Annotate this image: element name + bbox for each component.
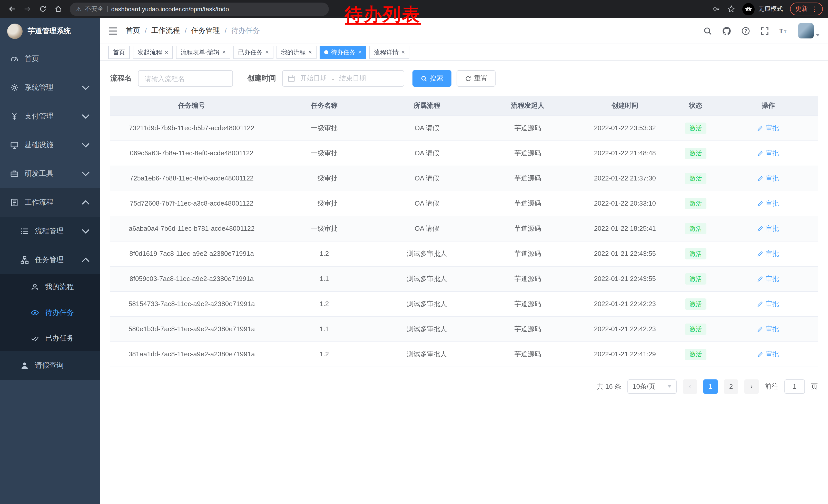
header-task-id: 任务编号: [110, 96, 273, 116]
font-size-icon[interactable]: TT: [779, 27, 788, 35]
cell-create-time: 2022-01-22 20:33:10: [577, 191, 672, 216]
sidebar-item-infra[interactable]: 基础设施: [0, 131, 100, 159]
table-row: a6aba0a4-7b6d-11ec-b781-acde48001122 一级审…: [110, 216, 818, 241]
tab-start-process[interactable]: 发起流程×: [133, 46, 173, 59]
update-button[interactable]: 更新 ⋮: [790, 3, 823, 15]
chevron-down-icon: [816, 34, 820, 36]
header-task-name: 任务名称: [273, 96, 376, 116]
home-icon[interactable]: [51, 2, 65, 16]
security-label[interactable]: 不安全: [85, 5, 104, 13]
next-page-button[interactable]: ›: [744, 379, 759, 394]
cell-task-id: 381aa1dd-7ac8-11ec-a9e2-a2380e71991a: [110, 341, 273, 367]
sidebar-item-workflow[interactable]: 工作流程: [0, 188, 100, 217]
tab-home[interactable]: 首页: [108, 46, 130, 59]
question-icon[interactable]: ?: [741, 27, 750, 35]
breadcrumb: 首页 / 工作流程 / 任务管理 / 待办任务: [126, 26, 260, 35]
edit-icon: [757, 276, 763, 282]
sidebar-item-my-process[interactable]: 我的流程: [0, 274, 100, 300]
refresh-icon[interactable]: [36, 2, 49, 16]
close-icon[interactable]: ×: [222, 49, 226, 55]
date-range-picker[interactable]: 开始日期 - 结束日期: [282, 70, 404, 87]
sidebar-item-devtools[interactable]: 研发工具: [0, 159, 100, 188]
user-menu[interactable]: [798, 23, 820, 39]
header-starter: 流程发起人: [478, 96, 577, 116]
reset-button[interactable]: 重置: [457, 70, 496, 87]
fullscreen-icon[interactable]: [760, 27, 769, 35]
sidebar-item-leave-query[interactable]: 请假查询: [0, 351, 100, 380]
goto-page-input[interactable]: [784, 379, 805, 394]
cell-action: 审批: [719, 116, 818, 140]
sidebar-item-home[interactable]: 首页: [0, 45, 100, 73]
tab-form-edit[interactable]: 流程表单-编辑×: [176, 46, 230, 59]
back-icon[interactable]: [5, 2, 18, 16]
sidebar-item-process-mgmt[interactable]: 流程管理: [0, 217, 100, 245]
sidebar-item-todo-task[interactable]: 待办任务: [0, 300, 100, 326]
gear-icon: [10, 84, 18, 92]
task-mgmt-submenu: 我的流程 待办任务 已办任务: [0, 274, 100, 351]
forward-icon[interactable]: [20, 2, 34, 16]
goto-unit-label: 页: [811, 382, 818, 391]
close-icon[interactable]: ×: [401, 49, 405, 55]
approve-button[interactable]: 审批: [757, 249, 779, 258]
tab-done-task[interactable]: 已办任务×: [234, 46, 274, 59]
approve-button[interactable]: 审批: [757, 324, 779, 333]
approve-button[interactable]: 审批: [757, 199, 779, 208]
workflow-submenu: 流程管理 任务管理 我的流程 待办任务: [0, 217, 100, 380]
tab-todo-task[interactable]: 待办任务×: [320, 46, 366, 59]
page-button-1[interactable]: 1: [703, 379, 718, 394]
table-header-row: 任务编号 任务名称 所属流程 流程发起人 创建时间 状态 操作: [110, 96, 818, 116]
tab-process-detail[interactable]: 流程详情×: [369, 46, 409, 59]
approve-button[interactable]: 审批: [757, 350, 779, 359]
approve-button[interactable]: 审批: [757, 123, 779, 133]
close-icon[interactable]: ×: [308, 49, 312, 55]
status-badge: 激活: [685, 122, 706, 134]
tab-my-process[interactable]: 我的流程×: [277, 46, 317, 59]
cell-starter: 芋道源码: [478, 116, 577, 140]
end-date-placeholder[interactable]: 结束日期: [339, 74, 366, 83]
app-logo[interactable]: 芋道管理系统: [0, 18, 100, 45]
navbar-actions: ? TT: [703, 23, 820, 39]
edit-icon: [757, 225, 763, 231]
url-text[interactable]: dashboard.yudao.iocoder.cn/bpm/task/todo: [111, 5, 229, 12]
avatar[interactable]: [798, 23, 814, 39]
close-icon[interactable]: ×: [265, 49, 269, 55]
cell-status: 激活: [673, 140, 719, 166]
approve-button[interactable]: 审批: [757, 224, 779, 233]
approve-button[interactable]: 审批: [757, 148, 779, 158]
approve-button[interactable]: 审批: [757, 174, 779, 183]
approve-button[interactable]: 审批: [757, 274, 779, 283]
page-button-2[interactable]: 2: [724, 379, 738, 394]
sidebar-item-payment[interactable]: 支付管理: [0, 102, 100, 131]
sidebar-toggle hamburger-icon[interactable]: [108, 27, 118, 35]
prev-page-button[interactable]: ‹: [683, 379, 697, 394]
approve-button[interactable]: 审批: [757, 299, 779, 308]
cell-process: 测试多审批人: [376, 341, 478, 367]
cell-action: 审批: [719, 166, 818, 191]
breadcrumb-current: 待办任务: [231, 26, 260, 35]
close-icon[interactable]: ×: [165, 49, 168, 55]
header-action: 操作: [719, 96, 818, 116]
cell-status: 激活: [673, 341, 719, 367]
status-badge: 激活: [685, 147, 706, 159]
process-name-input[interactable]: [138, 70, 233, 87]
search-button[interactable]: 搜索: [412, 70, 451, 87]
key-icon[interactable]: [713, 5, 720, 13]
close-icon[interactable]: ×: [358, 49, 362, 55]
breadcrumb-home[interactable]: 首页: [126, 26, 140, 35]
address-bar[interactable]: ⚠ 不安全 dashboard.yudao.iocoder.cn/bpm/tas…: [70, 2, 329, 16]
browser-menu-icon[interactable]: ⋮: [811, 5, 818, 13]
svg-text:?: ?: [744, 28, 747, 33]
start-date-placeholder[interactable]: 开始日期: [300, 74, 327, 83]
search-icon[interactable]: [703, 27, 712, 35]
sidebar-item-system[interactable]: 系统管理: [0, 73, 100, 102]
github-icon[interactable]: [722, 27, 731, 35]
breadcrumb-workflow[interactable]: 工作流程: [151, 26, 180, 35]
sidebar-item-task-mgmt[interactable]: 任务管理: [0, 245, 100, 274]
cell-task-name: 一级审批: [273, 216, 376, 241]
process-name-label: 流程名: [110, 74, 132, 83]
sidebar-item-done-task[interactable]: 已办任务: [0, 326, 100, 351]
breadcrumb-task-mgmt[interactable]: 任务管理: [191, 26, 220, 35]
bookmark-star-icon[interactable]: [728, 5, 735, 13]
page-size-select[interactable]: 10条/页: [627, 379, 677, 394]
cell-status: 激活: [673, 116, 719, 140]
